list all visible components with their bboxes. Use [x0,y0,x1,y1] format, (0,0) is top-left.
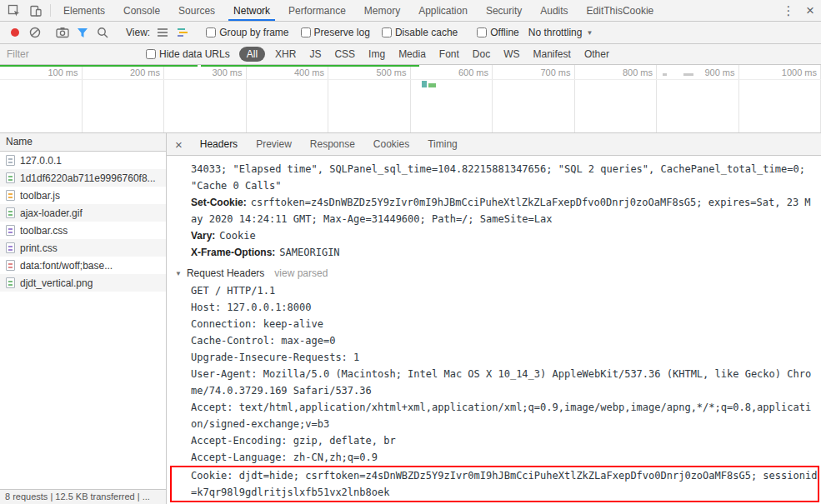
filter-icon[interactable] [73,22,93,43]
filter-type-all[interactable]: All [239,47,265,62]
tab-memory[interactable]: Memory [355,0,409,21]
tick-label: 100 ms [48,67,78,77]
request-row[interactable]: 127.0.0.1 [0,152,166,169]
details-tab-timing[interactable]: Timing [418,133,467,155]
tab-audits[interactable]: Audits [531,0,577,21]
raw-header-line: Connection: keep-alive [175,316,813,332]
tab-application[interactable]: Application [409,0,477,21]
throttling-dropdown[interactable]: No throttling ▼ [528,27,593,38]
tab-console[interactable]: Console [114,0,169,21]
tab-network[interactable]: Network [224,0,279,21]
requests-list: 127.0.0.1 1d1df6220ab711e9996760f8... to… [0,152,166,489]
filter-type-js[interactable]: JS [306,47,324,62]
request-row[interactable]: toolbar.css [0,222,166,239]
timeline-green-line [201,65,419,67]
timeline-cell: 600 ms [411,65,493,132]
details-tab-response[interactable]: Response [301,133,364,155]
ruler-separator [0,79,821,80]
raw-header-line: User-Agent: Mozilla/5.0 (Macintosh; Inte… [175,366,813,399]
preserve-log-label: Preserve log [314,27,370,38]
waterfall-bar [422,81,427,87]
headers-content: 34033; "Elapsed time", SQLPanel_sql_time… [167,156,821,504]
request-headers-section-header[interactable]: ▼ Request Headers view parsed [175,267,813,279]
request-name: 1d1df6220ab711e9996760f8... [20,172,156,184]
record-button[interactable] [5,22,25,43]
tab-elements[interactable]: Elements [54,0,114,21]
device-toolbar-icon[interactable] [25,0,47,21]
filter-input[interactable] [7,48,140,60]
tick-label: 400 ms [294,67,324,77]
timeline-green-line [0,65,198,67]
group-by-frame-input[interactable] [206,27,216,37]
preserve-log-checkbox[interactable]: Preserve log [301,27,370,38]
stylesheet-file-icon [6,242,15,253]
tick-label: 800 ms [623,67,653,77]
tick-label: 200 ms [130,67,160,77]
filter-type-ws[interactable]: WS [500,47,523,62]
clear-button[interactable] [25,22,45,43]
close-details-icon[interactable]: × [167,137,191,152]
details-tab-headers[interactable]: Headers [191,133,247,155]
view-overview-icon[interactable] [173,22,193,43]
timeline-cell: 800 ms [575,65,658,132]
group-by-frame-checkbox[interactable]: Group by frame [206,27,288,38]
header-name: Vary: [191,230,215,242]
close-devtools-icon[interactable]: × [799,0,821,21]
details-tab-cookies[interactable]: Cookies [364,133,418,155]
filter-type-img[interactable]: Img [365,47,388,62]
request-row[interactable]: toolbar.js [0,187,166,204]
response-header-line: Set-Cookie:csrftoken=z4sDnWBZDz5Y9zIvr0m… [175,194,813,227]
details-panel: × Headers Preview Response Cookies Timin… [167,133,821,504]
tick-label: 500 ms [376,67,406,77]
raw-header-line: Host: 127.0.0.1:8000 [175,299,813,316]
preserve-log-input[interactable] [301,27,311,37]
screenshot-capture-icon[interactable] [53,22,73,43]
tab-security[interactable]: Security [477,0,531,21]
name-column-header[interactable]: Name [0,133,166,152]
offline-input[interactable] [477,27,487,37]
header-name: Set-Cookie: [191,197,247,208]
image-file-icon [6,277,15,288]
timeline-overview[interactable]: 100 ms 200 ms 300 ms 400 ms 500 ms 600 m… [0,65,821,133]
filter-type-other[interactable]: Other [581,47,613,62]
tick-label: 600 ms [458,67,488,77]
image-file-icon [6,207,15,218]
filter-type-xhr[interactable]: XHR [272,47,299,62]
tab-editthiscookie[interactable]: EditThisCookie [578,0,663,21]
hide-data-urls-input[interactable] [146,49,156,59]
more-menu-icon[interactable]: ⋮ [778,0,799,21]
waterfall-bar [428,83,436,87]
filter-type-media[interactable]: Media [395,47,429,62]
devtools-tab-bar: Elements Console Sources Network Perform… [0,0,821,22]
filter-type-doc[interactable]: Doc [469,47,493,62]
tick-label: 300 ms [212,67,242,77]
hide-data-urls-checkbox[interactable]: Hide data URLs [146,48,230,60]
view-list-icon[interactable] [153,22,173,43]
raw-request-headers: GET / HTTP/1.1 Host: 127.0.0.1:8000 Conn… [175,282,813,502]
filter-type-font[interactable]: Font [436,47,463,62]
filter-type-manifest[interactable]: Manifest [530,47,574,62]
search-icon[interactable] [93,22,113,43]
triangle-down-icon[interactable]: ▼ [175,270,182,277]
disable-cache-input[interactable] [382,27,392,37]
timeline-cell: 900 ms [657,65,739,132]
tab-performance[interactable]: Performance [279,0,355,21]
inspect-element-icon[interactable] [3,0,25,21]
request-row[interactable]: data:font/woff;base... [0,257,166,274]
chevron-down-icon: ▼ [586,29,593,37]
request-row[interactable]: djdt_vertical.png [0,274,166,292]
request-row[interactable]: ajax-loader.gif [0,204,166,222]
offline-checkbox[interactable]: Offline [477,27,518,38]
filter-type-css[interactable]: CSS [331,47,358,62]
view-parsed-link[interactable]: view parsed [274,267,328,279]
request-row[interactable]: 1d1df6220ab711e9996760f8... [0,169,166,187]
tab-sources[interactable]: Sources [169,0,224,21]
request-row[interactable]: print.css [0,239,166,257]
tick-label: 700 ms [540,67,570,77]
details-tab-preview[interactable]: Preview [247,133,301,155]
filter-bar: Hide data URLs All XHR JS CSS Img Media … [0,44,821,65]
disable-cache-label: Disable cache [395,27,458,38]
header-name: X-Frame-Options: [191,247,275,258]
status-bar: 8 requests | 12.5 KB transferred | ... [0,489,166,504]
disable-cache-checkbox[interactable]: Disable cache [382,27,458,38]
